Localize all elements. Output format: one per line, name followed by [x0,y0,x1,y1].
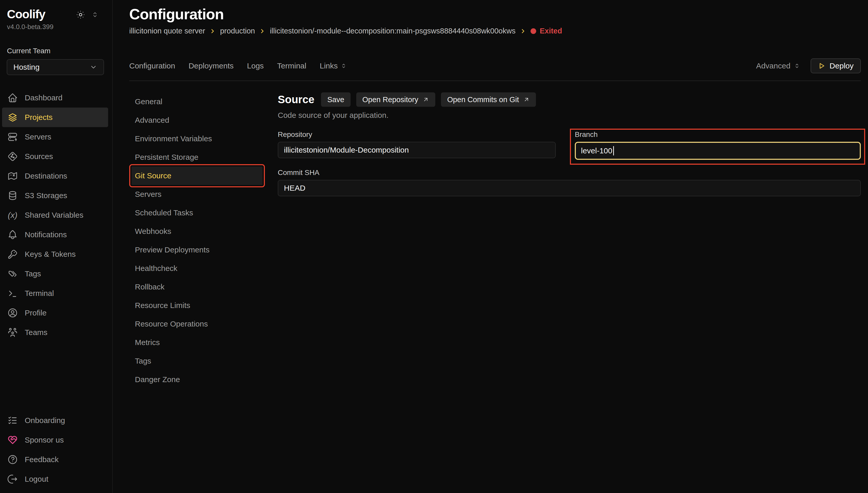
stack-icon [7,112,18,123]
breadcrumb: illicitonion quote server production ill… [129,27,861,35]
repository-label: Repository [278,130,556,139]
subnav-item-resource-operations[interactable]: Resource Operations [129,315,268,333]
source-fields-row: Repository Branch level-100 [278,130,861,160]
subnav-item-git-source[interactable]: Git Source [131,167,262,185]
tab-configuration[interactable]: Configuration [129,62,175,70]
tab-links[interactable]: Links [320,62,347,70]
sidebar-item-terminal[interactable]: Terminal [0,283,112,303]
heart-handshake-icon [7,434,18,445]
repository-input[interactable] [278,142,556,158]
terminal-icon [7,288,18,299]
open-repository-button[interactable]: Open Repository [356,92,436,107]
tabs-row: Configuration Deployments Logs Terminal … [129,59,861,73]
tab-logs[interactable]: Logs [247,62,264,70]
breadcrumb-project[interactable]: illicitonion quote server [129,27,205,35]
advanced-selector[interactable]: Advanced [756,62,800,70]
sidebar-item-keys-tokens[interactable]: Keys & Tokens [0,244,112,264]
sidebar-item-servers[interactable]: Servers [0,127,112,147]
sidebar-item-label: Servers [25,132,51,141]
sidebar-item-notifications[interactable]: Notifications [0,225,112,244]
sidebar-item-label: Notifications [25,230,67,239]
subnav-item-persistent-storage[interactable]: Persistent Storage [129,148,268,167]
team-selected-value: Hosting [14,63,40,71]
team-selector[interactable]: Hosting [7,59,104,75]
sidebar-item-label: Tags [25,270,41,278]
subnav-item-preview-deployments[interactable]: Preview Deployments [129,241,268,259]
subnav-item-advanced[interactable]: Advanced [129,111,268,129]
sidebar-item-s3-storages[interactable]: S3 Storages [0,186,112,205]
sidebar-item-label: Terminal [25,289,54,298]
sidebar-item-teams[interactable]: Teams [0,323,112,342]
commit-sha-label: Commit SHA [278,169,861,177]
source-section-title: Source [278,93,314,106]
sidebar-item-label: Dashboard [25,93,63,102]
breadcrumb-application[interactable]: illicitestonion/-module--decomposition:m… [270,27,515,35]
config-subnav: General Advanced Environment Variables P… [129,92,268,389]
variables-icon: (x) [7,210,18,220]
theme-sun-icon[interactable] [76,10,85,20]
sidebar-item-onboarding[interactable]: Onboarding [0,411,112,430]
sidebar-item-label: Sources [25,152,53,161]
subnav-item-tags[interactable]: Tags [129,352,268,370]
sidebar-item-projects[interactable]: Projects [2,108,108,127]
sidebar-item-profile[interactable]: Profile [0,303,112,323]
logout-icon [7,474,18,485]
chevron-right-icon [520,28,526,35]
sidebar-item-logout[interactable]: Logout [0,469,112,489]
subnav-item-metrics[interactable]: Metrics [129,333,268,352]
sidebar-item-label: Keys & Tokens [25,250,76,259]
subnav-item-rollback[interactable]: Rollback [129,278,268,296]
sidebar-item-tags[interactable]: Tags [0,264,112,283]
branch-label: Branch [575,130,861,139]
subnav-item-resource-limits[interactable]: Resource Limits [129,296,268,315]
user-circle-icon [7,307,18,318]
sidebar-item-sponsor-us[interactable]: Sponsor us [0,430,112,450]
git-source-section: Source Save Open Repository Open Commits… [278,92,861,196]
commit-sha-field: Commit SHA [278,169,861,196]
breadcrumb-environment[interactable]: production [220,27,255,35]
save-button[interactable]: Save [321,92,350,107]
sidebar-item-label: S3 Storages [25,191,67,200]
sidebar-item-sources[interactable]: Sources [0,147,112,166]
chevron-right-icon [259,28,266,35]
sidebar-item-label: Logout [25,475,48,484]
open-commits-button[interactable]: Open Commits on Git [441,92,536,107]
sidebar-item-dashboard[interactable]: Dashboard [0,88,112,108]
branch-input[interactable]: level-100 [575,142,861,160]
main-panel: Configuration illicitonion quote server … [113,0,868,493]
subnav-item-servers[interactable]: Servers [129,185,268,203]
theme-selector-icon[interactable] [91,11,99,19]
repository-field: Repository [278,130,556,160]
commit-sha-input[interactable] [278,180,861,196]
checklist-icon [7,415,18,426]
deploy-button[interactable]: Deploy [811,59,861,73]
sidebar-item-destinations[interactable]: Destinations [0,166,112,186]
sidebar-item-label: Profile [25,308,47,317]
sidebar-item-shared-variables[interactable]: (x) Shared Variables [0,205,112,225]
sidebar-nav: Dashboard Projects Servers [0,88,112,342]
logo-row: Coolify [0,8,112,21]
subnav-item-danger-zone[interactable]: Danger Zone [129,370,268,389]
tab-terminal[interactable]: Terminal [277,62,306,70]
subnav-item-webhooks[interactable]: Webhooks [129,222,268,241]
sidebar-item-label: Sponsor us [25,436,64,444]
sidebar-item-feedback[interactable]: Feedback [0,450,112,469]
current-team-label: Current Team [0,47,112,55]
header-divider [129,81,861,81]
sidebar-footer-nav: Onboarding Sponsor us Feedback Logou [0,411,112,489]
source-heading-row: Source Save Open Repository Open Commits… [278,92,861,107]
tabs: Configuration Deployments Logs Terminal … [129,62,347,70]
bell-icon [7,229,18,240]
subnav-item-general[interactable]: General [129,92,268,111]
subnav-item-environment-variables[interactable]: Environment Variables [129,129,268,148]
subnav-item-scheduled-tasks[interactable]: Scheduled Tasks [129,203,268,222]
selector-icon [340,63,347,69]
sidebar-item-label: Teams [25,328,47,337]
subnav-item-healthcheck[interactable]: Healthcheck [129,259,268,278]
branch-value: level-100 [581,146,612,155]
play-icon [818,62,826,70]
chevron-right-icon [209,28,216,35]
key-icon [7,249,18,260]
app-logo[interactable]: Coolify [7,8,45,21]
tab-deployments[interactable]: Deployments [188,62,233,70]
